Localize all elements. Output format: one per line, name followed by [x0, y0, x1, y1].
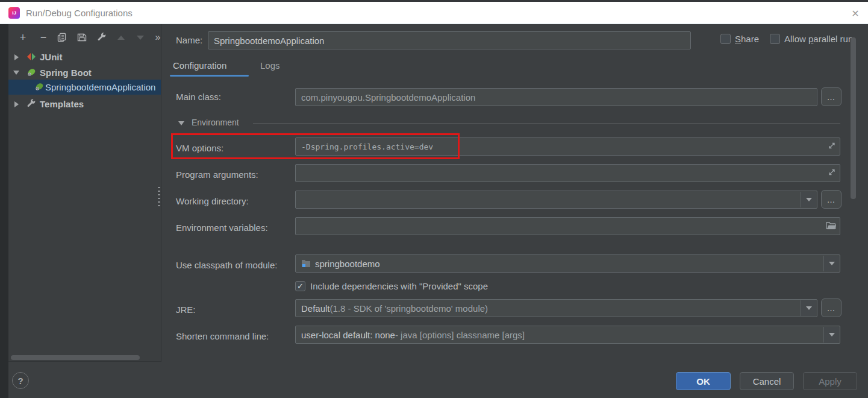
- tree-item-junit[interactable]: JUnit: [8, 49, 161, 65]
- intellij-logo-icon: IJ: [8, 7, 20, 19]
- program-arguments-input[interactable]: [295, 164, 840, 182]
- tab-configuration[interactable]: Configuration: [173, 60, 226, 71]
- junit-icon: [27, 52, 36, 64]
- environment-section-label: Environment: [192, 118, 239, 127]
- ok-button[interactable]: OK: [676, 372, 731, 390]
- provided-scope-label: Include dependencies with "Provided" sco…: [310, 281, 488, 291]
- configurations-tree-panel: + − » JUnit: [8, 24, 161, 362]
- dropdown-arrow-icon[interactable]: [823, 327, 839, 343]
- allow-parallel-run-checkbox-group[interactable]: Allow parallel run: [770, 34, 853, 44]
- edit-templates-wrench-icon[interactable]: [95, 30, 109, 45]
- program-arguments-label: Program arguments:: [176, 169, 258, 180]
- classpath-module-label: Use classpath of module:: [176, 260, 277, 270]
- save-configuration-icon[interactable]: [75, 30, 89, 45]
- allow-parallel-run-label: Allow parallel run: [784, 34, 853, 44]
- share-checkbox-group[interactable]: Share: [720, 34, 759, 44]
- jre-browse-button[interactable]: …: [821, 298, 841, 317]
- provided-scope-checkbox[interactable]: ✓: [295, 281, 305, 291]
- active-tab-indicator: [170, 75, 249, 77]
- working-directory-label: Working directory:: [176, 196, 249, 206]
- environment-section-collapse-icon[interactable]: [178, 121, 184, 125]
- form-vertical-scrollbar[interactable]: [851, 37, 856, 199]
- move-up-icon: [114, 30, 128, 45]
- name-label: Name:: [176, 35, 202, 45]
- wrench-icon: [27, 99, 36, 111]
- vm-options-input[interactable]: -Dspring.profiles.active=dev: [295, 137, 840, 156]
- environment-variables-input[interactable]: [295, 217, 840, 235]
- share-label: Share: [735, 34, 759, 44]
- name-input[interactable]: SpringbootdemoApplication: [208, 31, 691, 49]
- working-directory-browse-button[interactable]: …: [821, 190, 841, 209]
- tab-logs[interactable]: Logs: [260, 60, 280, 71]
- more-actions-icon[interactable]: »: [151, 30, 161, 45]
- panel-splitter-handle[interactable]: [158, 187, 160, 207]
- spring-boot-icon: [27, 68, 36, 80]
- shorten-command-line-combobox[interactable]: user-local default: none - java [options…: [295, 326, 840, 344]
- module-icon: [301, 259, 311, 268]
- dropdown-arrow-icon[interactable]: [801, 300, 816, 316]
- dropdown-arrow-icon[interactable]: [823, 256, 839, 271]
- move-down-icon: [133, 30, 148, 45]
- jre-combobox[interactable]: Default (1.8 - SDK of 'springbootdemo' m…: [295, 299, 817, 317]
- tree-item-templates[interactable]: Templates: [8, 96, 161, 112]
- provided-scope-checkbox-group[interactable]: ✓ Include dependencies with "Provided" s…: [295, 281, 488, 291]
- main-class-input[interactable]: com.pinyougou.SpringbootdemoApplication: [295, 88, 817, 106]
- main-class-label: Main class:: [176, 92, 221, 102]
- help-button[interactable]: ?: [12, 372, 29, 389]
- folder-browse-icon[interactable]: [826, 221, 836, 232]
- expand-icon[interactable]: [14, 54, 19, 60]
- share-checkbox[interactable]: [720, 34, 731, 44]
- run-debug-configurations-dialog: IJ Run/Debug Configurations ✕ + − »: [0, 0, 868, 398]
- tree-horizontal-scrollbar[interactable]: [11, 355, 140, 360]
- shorten-command-line-label: Shorten command line:: [176, 331, 269, 341]
- main-class-browse-button[interactable]: …: [821, 87, 841, 106]
- environment-variables-label: Environment variables:: [176, 223, 268, 233]
- jre-label: JRE:: [176, 305, 196, 315]
- left-edge-strip: [0, 24, 8, 398]
- expand-field-icon[interactable]: [828, 142, 836, 152]
- tree-item-spring-boot[interactable]: Spring Boot: [8, 65, 161, 80]
- titlebar: IJ Run/Debug Configurations ✕: [0, 2, 868, 24]
- remove-configuration-button[interactable]: −: [36, 30, 51, 45]
- window-title: Run/Debug Configurations: [26, 8, 133, 18]
- classpath-module-combobox[interactable]: springbootdemo: [295, 254, 840, 273]
- dropdown-arrow-icon[interactable]: [801, 192, 816, 207]
- environment-section-divider: [253, 123, 840, 124]
- spring-boot-icon: [34, 82, 44, 94]
- expand-field-icon[interactable]: [828, 168, 836, 178]
- apply-button: Apply: [803, 372, 857, 390]
- expand-icon[interactable]: [14, 101, 19, 107]
- vm-options-label: VM options:: [176, 143, 223, 153]
- allow-parallel-run-checkbox[interactable]: [770, 34, 780, 44]
- tree-item-springbootdemo-application[interactable]: SpringbootdemoApplication: [8, 80, 161, 95]
- cancel-button[interactable]: Cancel: [740, 372, 794, 390]
- close-icon[interactable]: ✕: [849, 7, 862, 20]
- working-directory-combobox[interactable]: [295, 191, 817, 209]
- dialog-body: + − » JUnit: [0, 24, 868, 398]
- collapse-icon[interactable]: [13, 71, 19, 75]
- copy-configuration-icon[interactable]: [55, 30, 69, 45]
- configuration-editor-panel: Name: SpringbootdemoApplication Share Al…: [161, 24, 868, 398]
- add-configuration-button[interactable]: +: [16, 30, 30, 45]
